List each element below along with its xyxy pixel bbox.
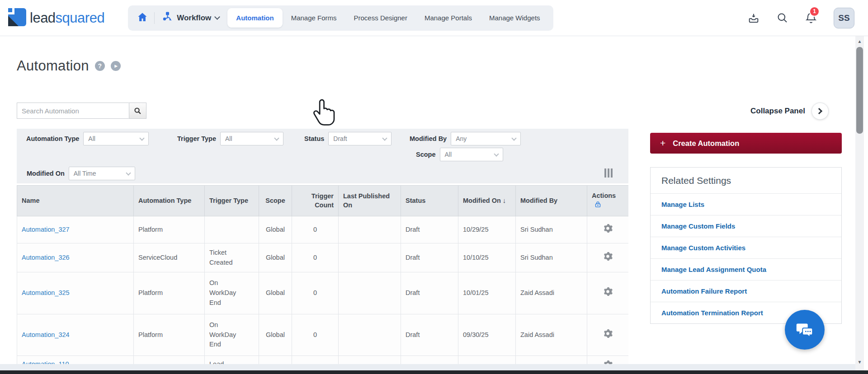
filter-label: Modified By: [410, 135, 447, 142]
inbox-button[interactable]: [747, 12, 760, 24]
chevron-right-icon: [816, 108, 822, 114]
home-button[interactable]: [134, 12, 154, 24]
workflow-label: Workflow: [177, 14, 211, 23]
row-actions-button[interactable]: [603, 286, 613, 298]
collapse-panel-label: Collapse Panel: [750, 107, 805, 116]
actions-cell: [587, 243, 629, 272]
nav-tabs: AutomationManage FormsProcess DesignerMa…: [227, 5, 548, 31]
home-icon: [137, 12, 148, 24]
actions-cell: [587, 216, 629, 243]
nav-tab-manage-portals[interactable]: Manage Portals: [416, 9, 481, 27]
chevron-down-icon: [494, 151, 499, 156]
inbox-download-icon: [747, 12, 760, 24]
trigger-type-select[interactable]: All: [220, 132, 283, 145]
page-title-row: Automation ? ▶: [17, 58, 121, 74]
modified-by-select[interactable]: Any: [451, 132, 521, 145]
related-settings-link[interactable]: Manage Custom Activities: [651, 237, 841, 258]
automation-type-select[interactable]: All: [83, 132, 149, 145]
automation-name-link[interactable]: Automation_327: [22, 226, 70, 233]
related-settings-link[interactable]: Manage Lead Assignment Quota: [651, 258, 841, 280]
create-automation-button[interactable]: + Create Automation: [650, 133, 842, 154]
nav-tab-manage-forms[interactable]: Manage Forms: [283, 9, 345, 27]
notifications-button[interactable]: 1: [805, 12, 817, 24]
col-header-automation-type[interactable]: Automation Type: [134, 186, 205, 216]
col-header-trigger-count[interactable]: Trigger Count: [292, 186, 339, 216]
column-settings-icon[interactable]: [604, 168, 613, 178]
chevron-down-icon: [382, 136, 387, 140]
search-button-global[interactable]: [776, 12, 788, 24]
user-avatar[interactable]: SS: [834, 8, 854, 28]
leadsquared-logo[interactable]: leadsquared: [8, 8, 104, 28]
search-submit-button[interactable]: [129, 103, 146, 119]
automation-type-cell: Platform: [134, 272, 205, 314]
col-header-trigger-type[interactable]: Trigger Type: [205, 186, 259, 216]
automation-name-link[interactable]: Automation_324: [22, 331, 70, 338]
lock-icon: [594, 202, 601, 209]
scope-select[interactable]: All: [440, 148, 503, 161]
related-settings-list: Manage ListsManage Custom FieldsManage C…: [651, 193, 841, 323]
scope-cell: Global: [259, 272, 292, 314]
actions-cell: [587, 272, 629, 314]
col-header-modified-on[interactable]: Modified On↓: [458, 186, 516, 216]
workflow-icon: [162, 11, 173, 24]
filter-label: Automation Type: [26, 135, 79, 142]
automation-type-cell: Platform: [134, 216, 205, 243]
nav-tab-process-designer[interactable]: Process Designer: [345, 9, 416, 27]
related-settings-title: Related Settings: [651, 168, 841, 193]
status-select[interactable]: Draft: [328, 132, 392, 145]
automation-type-cell: ServiceCloud: [134, 243, 205, 272]
automation-table-wrap: Name Automation Type Trigger Type Scope …: [17, 185, 628, 366]
trigger-type-cell: On WorkDay End: [205, 314, 259, 356]
nav-tab-automation[interactable]: Automation: [227, 8, 282, 28]
chevron-down-icon: [512, 136, 517, 140]
automation-name-link[interactable]: Automation_326: [22, 254, 70, 261]
plus-icon: +: [660, 138, 665, 149]
col-header-scope[interactable]: Scope: [259, 186, 292, 216]
last-published-cell: [339, 216, 401, 243]
chat-widget-button[interactable]: [785, 310, 825, 350]
table-row: Automation_324 Platform On WorkDay End G…: [17, 314, 629, 356]
play-video-icon[interactable]: ▶: [111, 61, 121, 71]
help-icon[interactable]: ?: [95, 61, 105, 71]
vertical-scrollbar[interactable]: ▲ ▼: [855, 36, 864, 374]
search-input[interactable]: [17, 103, 129, 119]
main-content: Automation ? ▶ Collapse Panel Automation…: [0, 36, 855, 374]
row-actions-button[interactable]: [603, 251, 613, 263]
chevron-down-icon: [274, 136, 279, 140]
gear-icon: [603, 328, 613, 339]
col-header-last-published-on[interactable]: Last Published On: [339, 186, 401, 216]
workflow-menu[interactable]: Workflow: [155, 11, 227, 24]
col-header-modified-by[interactable]: Modified By: [516, 186, 587, 216]
filter-label: Status: [304, 135, 324, 142]
automation-name-link[interactable]: Automation_325: [22, 289, 70, 296]
gear-icon: [603, 251, 613, 262]
chevron-down-icon: [140, 136, 145, 140]
modified-on-cell: 09/30/25: [458, 314, 516, 356]
scroll-up-icon[interactable]: ▲: [855, 37, 864, 45]
row-actions-button[interactable]: [603, 223, 613, 235]
col-header-name[interactable]: Name: [17, 186, 134, 216]
related-settings-link[interactable]: Manage Lists: [651, 193, 841, 215]
related-settings-link[interactable]: Manage Custom Fields: [651, 215, 841, 237]
row-actions-button[interactable]: [603, 328, 613, 340]
modified-by-cell: Sri Sudhan: [516, 243, 587, 272]
trigger-type-cell: [205, 216, 259, 243]
col-header-status[interactable]: Status: [401, 186, 458, 216]
scroll-down-icon[interactable]: ▼: [855, 358, 864, 366]
bottom-dark-band: [0, 370, 868, 374]
filter-label: Trigger Type: [177, 135, 216, 142]
trigger-type-cell: Ticket Created: [205, 243, 259, 272]
chevron-down-icon: [214, 14, 220, 20]
nav-tab-manage-widgets[interactable]: Manage Widgets: [481, 9, 549, 27]
collapse-panel-control: Collapse Panel: [750, 103, 829, 120]
scrollbar-thumb[interactable]: [856, 47, 863, 134]
related-settings-link[interactable]: Automation Failure Report: [651, 280, 841, 302]
last-published-cell: [339, 314, 401, 356]
modified-on-select[interactable]: All Time: [69, 167, 135, 180]
logo-text: leadsquared: [30, 10, 104, 26]
last-published-cell: [339, 272, 401, 314]
filter-label: Modified On: [27, 170, 65, 177]
status-cell: Draft: [401, 216, 458, 243]
table-row: Automation_326 ServiceCloud Ticket Creat…: [17, 243, 629, 272]
collapse-panel-button[interactable]: [811, 103, 829, 120]
